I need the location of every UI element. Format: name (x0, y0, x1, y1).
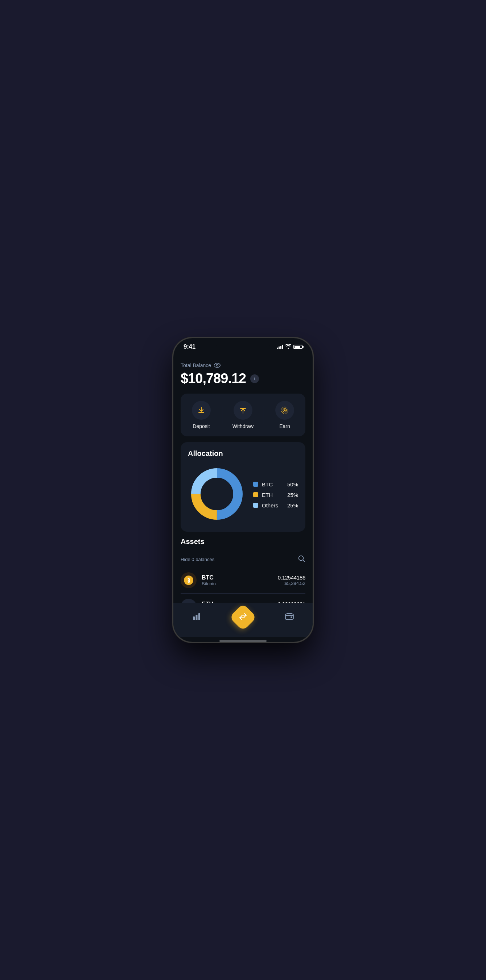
assets-section: Assets Hide 0 balances (181, 538, 305, 603)
nav-item-swap[interactable] (220, 608, 266, 627)
legend-dot-others (253, 503, 258, 508)
deposit-icon (197, 406, 206, 415)
donut-chart (188, 465, 246, 525)
withdraw-action[interactable]: Withdraw (222, 401, 264, 429)
asset-item-eth[interactable]: ETH Ethereum 0.93008621 $2,697.25 (181, 593, 305, 603)
actions-card: Deposit Withdraw (181, 394, 305, 436)
asset-item-btc[interactable]: ₿ BTC Bitcoin 0.12544186 $5,394.52 (181, 567, 305, 593)
balance-label-text: Total Balance (181, 363, 211, 368)
assets-subheader: Hide 0 balances (181, 555, 305, 564)
swap-icon (239, 612, 247, 622)
earn-action[interactable]: Earn (264, 401, 305, 429)
swap-button[interactable] (229, 603, 257, 631)
home-indicator (220, 640, 266, 642)
nav-item-wallet[interactable] (266, 612, 312, 622)
wifi-icon (285, 344, 291, 350)
signal-icon (277, 345, 283, 349)
deposit-label: Deposit (193, 423, 210, 429)
allocation-card: Allocation (181, 442, 305, 532)
earn-icon-circle (275, 401, 294, 420)
battery-icon (293, 345, 303, 349)
svg-rect-17 (285, 614, 293, 619)
balance-section: Total Balance $10,789.12 i (181, 356, 305, 394)
btc-icon: ₿ (181, 572, 197, 588)
legend-dot-btc (253, 482, 258, 487)
deposit-icon-circle (192, 401, 211, 420)
svg-line-7 (303, 560, 305, 562)
svg-rect-2 (240, 408, 246, 409)
eye-icon[interactable] (214, 362, 220, 369)
btc-amount: 0.12544186 (278, 574, 305, 581)
btc-value-group: 0.12544186 $5,394.52 (278, 574, 305, 586)
search-icon[interactable] (297, 555, 305, 564)
eth-icon (181, 599, 197, 603)
svg-rect-18 (290, 616, 292, 618)
balance-amount-row: $10,789.12 i (181, 371, 305, 387)
svg-rect-1 (198, 412, 204, 413)
btc-usd: $5,394.52 (278, 581, 305, 586)
screen: 9:41 (174, 338, 312, 642)
legend-name-btc: BTC (262, 481, 284, 487)
wallet-icon (285, 612, 294, 622)
allocation-title: Allocation (188, 449, 298, 458)
legend-percent-others: 25% (287, 502, 298, 509)
svg-rect-16 (198, 613, 200, 620)
legend-item-eth: ETH 25% (253, 492, 298, 498)
nav-item-chart[interactable] (174, 612, 220, 622)
status-icons (277, 344, 303, 350)
info-badge[interactable]: i (250, 374, 259, 383)
withdraw-icon (238, 406, 248, 415)
btc-name-group: BTC Bitcoin (202, 574, 273, 586)
svg-point-5 (284, 410, 286, 411)
balance-label-row: Total Balance (181, 362, 305, 369)
legend-item-btc: BTC 50% (253, 481, 298, 487)
legend-percent-btc: 50% (287, 481, 298, 487)
main-content: Total Balance $10,789.12 i (174, 353, 312, 603)
chart-icon (192, 612, 201, 622)
legend-percent-eth: 25% (287, 492, 298, 498)
balance-amount: $10,789.12 (181, 371, 246, 387)
legend-dot-eth (253, 492, 258, 497)
withdraw-icon-circle (234, 401, 252, 420)
hide-balances-label[interactable]: Hide 0 balances (181, 557, 214, 562)
allocation-content: BTC 50% ETH 25% Others 25% (188, 465, 298, 525)
svg-point-0 (217, 364, 218, 366)
status-time: 9:41 (183, 343, 196, 350)
bottom-nav (174, 603, 312, 637)
btc-fullname: Bitcoin (202, 581, 273, 586)
deposit-action[interactable]: Deposit (181, 401, 222, 429)
legend-item-others: Others 25% (253, 502, 298, 509)
withdraw-label: Withdraw (233, 423, 253, 429)
earn-icon (280, 406, 289, 415)
assets-header: Assets (181, 538, 305, 553)
svg-text:₿: ₿ (188, 578, 190, 583)
svg-rect-14 (193, 616, 195, 620)
donut-svg (188, 465, 246, 523)
notch (216, 338, 270, 350)
earn-label: Earn (279, 423, 290, 429)
allocation-legend: BTC 50% ETH 25% Others 25% (253, 481, 298, 509)
svg-rect-15 (196, 615, 198, 620)
legend-name-others: Others (262, 502, 284, 509)
btc-symbol: BTC (202, 574, 273, 581)
assets-title: Assets (181, 538, 204, 546)
legend-name-eth: ETH (262, 492, 284, 498)
phone-frame: 9:41 (172, 337, 314, 643)
